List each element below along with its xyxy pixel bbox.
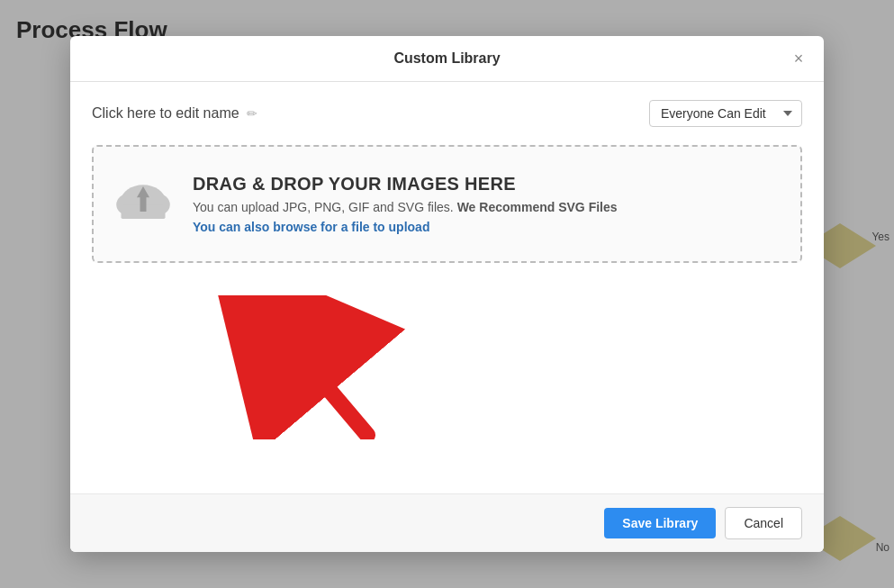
edit-icon: ✏ <box>247 106 257 121</box>
permissions-dropdown[interactable]: Everyone Can Edit Only Me View Only <box>649 100 802 127</box>
svg-line-6 <box>268 318 367 435</box>
library-name-text: Click here to edit name <box>92 105 239 122</box>
drop-subtext-plain: You can upload JPG, PNG, GIF and SVG fil… <box>193 200 457 214</box>
save-library-button[interactable]: Save Library <box>604 508 716 538</box>
red-arrow-annotation <box>214 295 412 439</box>
close-button[interactable]: × <box>788 48 809 69</box>
modal-footer: Save Library Cancel <box>70 493 824 552</box>
browse-link[interactable]: You can also browse for a file to upload <box>193 220 618 234</box>
custom-library-modal: Custom Library × Click here to edit name… <box>70 36 824 552</box>
name-row: Click here to edit name ✏ Everyone Can E… <box>92 100 802 127</box>
modal-body: Click here to edit name ✏ Everyone Can E… <box>70 82 824 493</box>
drop-heading: DRAG & DROP YOUR IMAGES HERE <box>193 174 618 194</box>
modal-title: Custom Library <box>393 50 500 67</box>
modal-header: Custom Library × <box>70 36 824 82</box>
drop-subtext-bold: We Recommend SVG Files <box>457 200 618 214</box>
drop-text-container: DRAG & DROP YOUR IMAGES HERE You can upl… <box>193 174 618 234</box>
cancel-button[interactable]: Cancel <box>725 507 802 539</box>
library-name-edit[interactable]: Click here to edit name ✏ <box>92 105 257 122</box>
drop-subtext: You can upload JPG, PNG, GIF and SVG fil… <box>193 200 618 214</box>
cloud-upload-icon <box>112 176 175 233</box>
drop-zone[interactable]: DRAG & DROP YOUR IMAGES HERE You can upl… <box>92 145 802 263</box>
